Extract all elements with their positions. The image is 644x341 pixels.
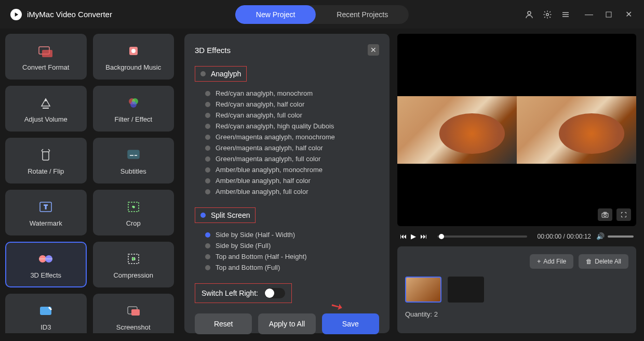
tool-label: Convert Format	[22, 63, 69, 71]
fullscreen-icon[interactable]	[616, 208, 631, 221]
option-label: Side by Side (Full)	[216, 242, 271, 250]
reset-button[interactable]: Reset	[195, 313, 252, 334]
volume-control: 🔊	[596, 232, 634, 240]
tool-label: Rotate / Flip	[28, 167, 64, 175]
thumbnail-item[interactable]	[405, 277, 441, 303]
radio-icon	[200, 213, 206, 218]
anaglyph-option[interactable]: Green/magenta anaglyph, half color	[205, 142, 379, 153]
radio-icon	[205, 135, 210, 140]
tool-background-music[interactable]: Background Music	[93, 34, 175, 80]
anaglyph-option[interactable]: Amber/blue anaglyph, half color	[205, 175, 379, 186]
gear-icon[interactable]	[542, 9, 553, 20]
anaglyph-option[interactable]: Green/magenta anaglyph, full color	[205, 153, 379, 164]
split-option[interactable]: Top and Bottom (Half - Height)	[205, 251, 379, 262]
split-screen-section-header[interactable]: Split Screen	[195, 207, 256, 223]
anaglyph-label: Anaglyph	[211, 70, 241, 78]
add-file-button[interactable]: +Add File	[530, 254, 573, 269]
split-screen-label: Split Screen	[211, 211, 250, 219]
anaglyph-option[interactable]: Red/cyan anaglyph, high quality Dubois	[205, 121, 379, 132]
switch-lr-toggle[interactable]	[264, 288, 285, 298]
convert-format-icon	[37, 43, 54, 59]
tab-recent-projects[interactable]: Recent Projects	[316, 5, 409, 24]
stereo-right	[517, 96, 636, 164]
tool-label: Compression	[113, 271, 153, 279]
switch-lr-label: Switch Left Right:	[202, 289, 258, 297]
panel-title: 3D Effects	[195, 46, 231, 55]
tool-watermark[interactable]: TWatermark	[5, 190, 87, 235]
radio-icon	[200, 71, 206, 76]
split-option[interactable]: Top and Bottom (Full)	[205, 262, 379, 273]
thumbnail-item[interactable]	[448, 277, 484, 303]
volume-icon[interactable]: 🔊	[596, 232, 605, 240]
snapshot-icon[interactable]	[598, 208, 612, 221]
volume-slider[interactable]	[608, 235, 634, 238]
option-label: Red/cyan anaglyph, half color	[216, 100, 304, 108]
tool-compression[interactable]: Compression	[93, 242, 175, 287]
menu-icon[interactable]	[560, 9, 571, 20]
tool-subtitles[interactable]: Subtitles	[93, 138, 175, 183]
close-icon[interactable]: ✕	[623, 9, 634, 20]
tab-new-project[interactable]: New Project	[235, 5, 316, 24]
tool-label: Adjust Volume	[24, 115, 68, 123]
watermark-icon: T	[37, 199, 54, 215]
tool-id3[interactable]: ID3	[5, 294, 87, 333]
anaglyph-option[interactable]: Red/cyan anaglyph, monochrom	[205, 88, 379, 99]
maximize-icon[interactable]	[603, 9, 614, 20]
tool-3d-effects[interactable]: 3D Effects	[5, 242, 87, 287]
option-label: Amber/blue anaglyph, full color	[216, 188, 308, 195]
crop-icon	[125, 199, 142, 215]
anaglyph-section-header[interactable]: Anaglyph	[195, 66, 247, 82]
tool-label: ID3	[41, 323, 51, 331]
radio-icon	[205, 243, 210, 248]
trash-icon: 🗑	[586, 258, 592, 265]
anaglyph-options: Red/cyan anaglyph, monochromRed/cyan ana…	[195, 88, 379, 197]
svg-point-32	[604, 214, 607, 217]
background-music-icon	[125, 43, 142, 59]
split-option[interactable]: Side by Side (Half - Width)	[205, 229, 379, 240]
prev-icon[interactable]: ⏮	[400, 232, 407, 240]
tool-label: Background Music	[105, 63, 161, 71]
radio-icon	[205, 102, 210, 107]
minimize-icon[interactable]: —	[584, 9, 594, 20]
panel-close-button[interactable]: ✕	[368, 44, 379, 56]
tool-label: 3D Effects	[30, 271, 61, 279]
stereo-preview	[397, 96, 636, 164]
user-icon[interactable]	[524, 9, 534, 20]
compression-icon	[125, 251, 142, 267]
anaglyph-option[interactable]: Amber/blue anaglyph, monochrome	[205, 164, 379, 175]
anaglyph-option[interactable]: Amber/blue anaglyph, full color	[205, 186, 379, 197]
tool-adjust-volume[interactable]: Adjust Volume	[5, 86, 87, 132]
next-icon[interactable]: ⏭	[420, 232, 427, 240]
filter-effect-icon	[125, 95, 142, 111]
app-logo: iMyMac Video Converter	[10, 9, 112, 20]
save-button[interactable]: Save	[322, 313, 379, 334]
progress-bar[interactable]	[437, 235, 527, 238]
radio-icon	[205, 189, 210, 194]
radio-icon	[205, 232, 210, 238]
svg-point-22	[132, 206, 135, 208]
app-title: iMyMac Video Converter	[27, 10, 112, 19]
screenshot-icon	[125, 303, 142, 319]
apply-all-button[interactable]: Apply to All	[258, 313, 315, 334]
svg-rect-7	[42, 50, 52, 57]
play-icon[interactable]: ▶	[411, 232, 416, 240]
tool-rotate-flip[interactable]: Rotate / Flip	[5, 138, 87, 183]
tool-filter-effect[interactable]: Filter / Effect	[93, 86, 175, 132]
tool-screenshot[interactable]: Screenshot	[93, 294, 175, 333]
svg-point-1	[546, 13, 549, 16]
option-label: Red/cyan anaglyph, full color	[216, 111, 302, 119]
radio-icon	[205, 146, 210, 151]
logo-icon	[10, 9, 22, 20]
anaglyph-option[interactable]: Red/cyan anaglyph, full color	[205, 110, 379, 121]
title-bar: iMyMac Video Converter New Project Recen…	[0, 0, 644, 29]
delete-all-button[interactable]: 🗑Delete All	[579, 254, 628, 269]
option-label: Amber/blue anaglyph, monochrome	[216, 166, 323, 174]
tool-crop[interactable]: Crop	[93, 190, 175, 235]
tool-convert-format[interactable]: Convert Format	[5, 34, 87, 80]
file-bar: +Add File 🗑Delete All Quantity: 2	[397, 246, 636, 333]
anaglyph-option[interactable]: Green/magenta anaglyph, monochrome	[205, 132, 379, 142]
anaglyph-option[interactable]: Red/cyan anaglyph, half color	[205, 99, 379, 110]
svg-rect-16	[128, 150, 139, 159]
split-option[interactable]: Side by Side (Full)	[205, 240, 379, 251]
adjust-volume-icon	[37, 95, 54, 111]
